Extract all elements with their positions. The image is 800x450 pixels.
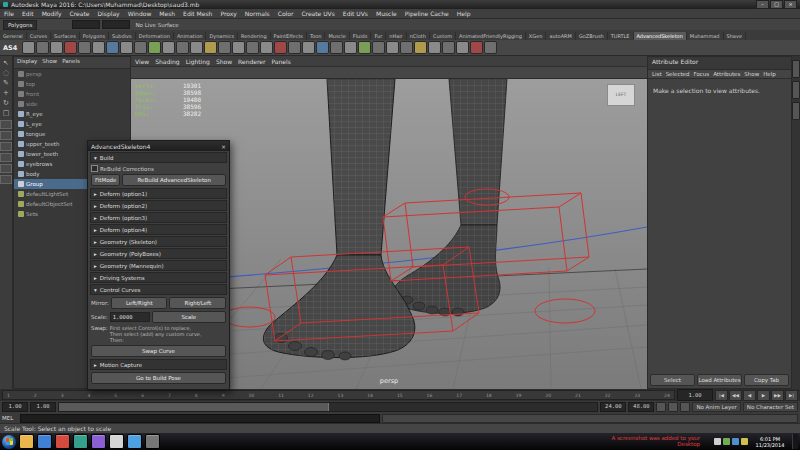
shelf-icon[interactable] <box>372 41 385 54</box>
animation-end-field[interactable]: 48.00 <box>628 402 654 412</box>
attribute-editor-menu-item[interactable]: List <box>652 71 662 77</box>
collapsed-section-header[interactable]: ▸ Geometry (Skeleton) <box>90 236 227 247</box>
playback-button[interactable]: ◀ <box>743 390 756 401</box>
outliner-menu-item[interactable]: Display <box>17 58 37 67</box>
shelf-tab[interactable]: Deformation <box>136 32 174 40</box>
attribute-editor-menu-item[interactable]: Attributes <box>713 71 740 77</box>
shelf-icon[interactable] <box>386 41 399 54</box>
taskbar-app-icon[interactable] <box>55 434 70 449</box>
shelf-tab[interactable]: autoARM <box>546 32 575 40</box>
menu-item[interactable]: Pipeline Cache <box>401 10 453 17</box>
collapsed-section-header[interactable]: ▸ Geometry (PolyBoxes) <box>90 248 227 259</box>
playback-end-field[interactable]: 24.00 <box>600 402 626 412</box>
window-control-button[interactable]: × <box>784 0 797 9</box>
shelf-tab[interactable]: GoZBrush <box>576 32 608 40</box>
collapsed-section-header[interactable]: ▸ Deform (option3) <box>90 212 227 223</box>
viewport-menu-item[interactable]: Panels <box>271 58 290 65</box>
menu-item[interactable]: Muscle <box>372 10 401 17</box>
shelf-icon[interactable] <box>22 41 35 54</box>
current-time-field[interactable] <box>677 389 713 401</box>
outliner-item[interactable]: top <box>14 79 130 89</box>
shelf-tab[interactable]: Muhammad <box>687 32 724 40</box>
playback-button[interactable]: |◀ <box>715 390 728 401</box>
character-set-icon[interactable] <box>656 402 666 412</box>
shelf-tab[interactable]: Dynamics <box>206 32 238 40</box>
playback-button[interactable]: ▶ <box>757 390 770 401</box>
fitmode-button[interactable]: FitMode <box>91 174 120 186</box>
shelf-tab[interactable]: AnimatedFriendlyRigging <box>456 32 526 40</box>
menu-item[interactable]: Normals <box>241 10 274 17</box>
taskbar-app-icon[interactable] <box>91 434 106 449</box>
mirror-button[interactable]: Left/Right <box>111 297 168 309</box>
shelf-tab[interactable]: Fur <box>371 32 386 40</box>
shelf-icon[interactable] <box>428 41 441 54</box>
tool-icon[interactable]: ↻ <box>1 98 12 108</box>
shelf-icon[interactable] <box>36 41 49 54</box>
layout-preset-button[interactable] <box>0 153 12 162</box>
attribute-editor-menu-item[interactable]: Selected <box>666 71 690 77</box>
shelf-icon[interactable] <box>190 41 203 54</box>
taskbar-clock[interactable]: 6:01 PM 11/23/2014 <box>750 436 790 448</box>
menu-item[interactable]: Edit UVs <box>339 10 372 17</box>
go-to-build-pose-button[interactable]: Go to Build Pose <box>91 372 226 384</box>
taskbar-app-icon[interactable] <box>109 434 124 449</box>
shelf-icon[interactable] <box>218 41 231 54</box>
shelf-icon[interactable] <box>148 41 161 54</box>
time-slider-ruler[interactable]: 123456789101112131415161718192021222324 <box>2 390 675 400</box>
layout-preset-button[interactable] <box>0 120 12 129</box>
taskbar-app-icon[interactable] <box>127 434 142 449</box>
viewport-menu-item[interactable]: Lighting <box>186 58 210 65</box>
layout-preset-button[interactable] <box>0 131 12 140</box>
layout-preset-button[interactable] <box>0 142 12 151</box>
shelf-tab[interactable]: Curves <box>27 32 51 40</box>
outliner-menu-item[interactable]: Panels <box>62 58 80 67</box>
viewport-menu-item[interactable]: Renderer <box>238 58 265 65</box>
menu-item[interactable]: Color <box>274 10 298 17</box>
playback-range-bar[interactable] <box>59 403 329 411</box>
shelf-tab[interactable]: PaintEffects <box>271 32 307 40</box>
shelf-icon[interactable] <box>344 41 357 54</box>
command-input[interactable] <box>20 414 380 423</box>
shelf-icon[interactable] <box>260 41 273 54</box>
outliner-item[interactable]: R_eye <box>14 109 130 119</box>
start-button[interactable] <box>2 435 16 449</box>
shelf-tab[interactable]: General <box>0 32 27 40</box>
section-control-curves[interactable]: ▾Control Curves <box>90 284 227 295</box>
anim-layer-dropdown[interactable]: No Anim Layer <box>692 402 740 412</box>
window-control-button[interactable]: □ <box>770 0 783 9</box>
shelf-tab[interactable]: Polygons <box>80 32 109 40</box>
shelf-icon[interactable] <box>414 41 427 54</box>
attribute-editor-button[interactable]: Copy Tab <box>744 374 789 386</box>
swap-curve-button[interactable]: Swap Curve <box>91 345 226 357</box>
shelf-icon[interactable] <box>50 41 63 54</box>
scale-button[interactable]: Scale <box>152 311 226 323</box>
tray-icon[interactable] <box>714 438 721 445</box>
attribute-editor-button[interactable]: Select <box>650 374 695 386</box>
quick-rename-field[interactable] <box>102 20 130 29</box>
tool-icon[interactable]: □ <box>1 108 12 118</box>
shelf-tab[interactable]: Custom <box>430 32 456 40</box>
outliner-item[interactable]: front <box>14 89 130 99</box>
scale-input[interactable] <box>110 312 150 322</box>
outliner-item[interactable]: side <box>14 99 130 109</box>
attribute-editor-menu-item[interactable]: Focus <box>693 71 709 77</box>
shelf-tab[interactable]: Muscle <box>325 32 349 40</box>
character-set-dropdown[interactable]: No Character Set <box>743 402 798 412</box>
collapsed-section-header[interactable]: ▸ Deform (option4) <box>90 224 227 235</box>
shelf-icon[interactable] <box>204 41 217 54</box>
auto-keyframe-icon[interactable] <box>668 402 678 412</box>
shelf-icon[interactable] <box>134 41 147 54</box>
shelf-icon[interactable] <box>288 41 301 54</box>
outliner-item[interactable]: L_eye <box>14 119 130 129</box>
shelf-icon[interactable] <box>64 41 77 54</box>
mirror-button[interactable]: Right/Left <box>169 297 226 309</box>
mel-label[interactable]: MEL <box>2 415 18 421</box>
section-motion-capture[interactable]: ▸Motion Capture <box>90 359 227 370</box>
shelf-icon[interactable] <box>358 41 371 54</box>
shelf-tab[interactable]: Subdivs <box>109 32 136 40</box>
outliner-item[interactable]: persp <box>14 69 130 79</box>
shelf-icon[interactable] <box>470 41 483 54</box>
shelf-icon[interactable] <box>274 41 287 54</box>
viewport-menu-item[interactable]: View <box>135 58 149 65</box>
shelf-icon[interactable] <box>400 41 413 54</box>
